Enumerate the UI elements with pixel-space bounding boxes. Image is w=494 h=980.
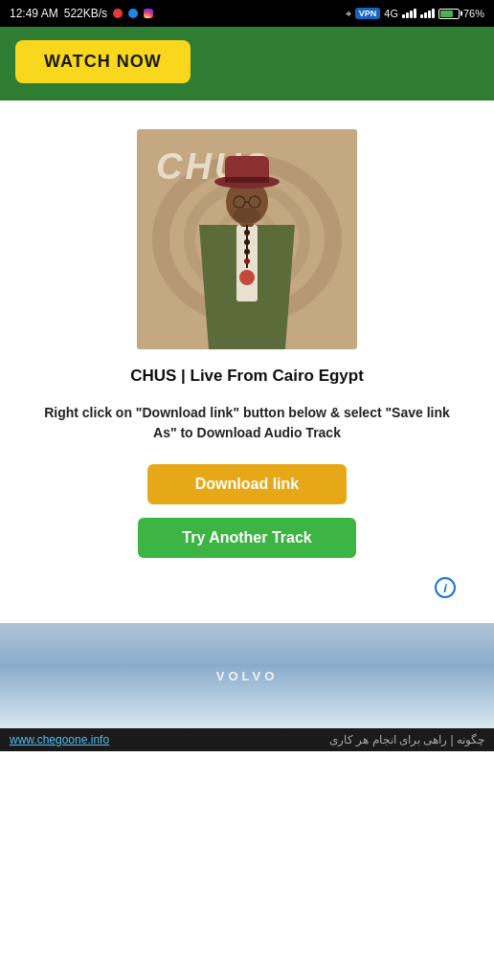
track-title: CHUS | Live From Cairo Egypt — [130, 367, 364, 386]
network-4g: 4G — [384, 8, 398, 19]
footer-url[interactable]: www.chegoone.info — [10, 733, 109, 746]
volvo-brand-text: VOLVO — [216, 669, 279, 683]
battery-pct: 76% — [463, 8, 484, 19]
svg-point-18 — [244, 230, 250, 235]
vpn-badge: VPN — [355, 8, 381, 19]
ad-banner: WATCH NOW — [0, 27, 494, 100]
footer-bar: www.chegoone.info چگونه | راهی برای انجا… — [0, 728, 494, 751]
status-right: ⌖ VPN 4G 76% — [346, 8, 484, 20]
status-bar: 12:49 AM 522KB/s ⌖ VPN 4G 76% — [0, 0, 494, 27]
album-svg: CHUS — [137, 129, 357, 349]
bottom-ad-banner: VOLVO — [0, 623, 494, 728]
try-another-track-button[interactable]: Try Another Track — [138, 518, 355, 558]
signal-bars — [402, 9, 416, 18]
svg-point-10 — [234, 208, 260, 223]
footer-tagline: چگونه | راهی برای انجام هر کاری — [329, 733, 484, 746]
main-content: CHUS — [0, 100, 494, 623]
watch-now-button[interactable]: WATCH NOW — [15, 40, 191, 83]
svg-rect-16 — [225, 177, 269, 183]
bluetooth-icon: ⌖ — [346, 8, 351, 20]
svg-point-7 — [239, 270, 255, 285]
info-icon-row: i — [29, 577, 465, 598]
status-left: 12:49 AM 522KB/s — [10, 7, 153, 20]
time-display: 12:49 AM — [10, 7, 58, 20]
svg-point-19 — [244, 239, 250, 245]
download-link-button[interactable]: Download link — [147, 464, 347, 504]
signal-bars-2 — [420, 9, 435, 18]
svg-point-20 — [244, 249, 250, 255]
download-instructions: Right click on "Download link" button be… — [29, 403, 465, 443]
instagram-icon — [144, 9, 153, 18]
album-art: CHUS — [137, 129, 357, 349]
battery-indicator — [438, 9, 460, 19]
speed-display: 522KB/s — [64, 7, 107, 20]
app-icon-1 — [113, 9, 123, 18]
svg-point-21 — [244, 258, 250, 264]
app-icon-2 — [128, 9, 138, 18]
info-icon[interactable]: i — [435, 577, 456, 598]
